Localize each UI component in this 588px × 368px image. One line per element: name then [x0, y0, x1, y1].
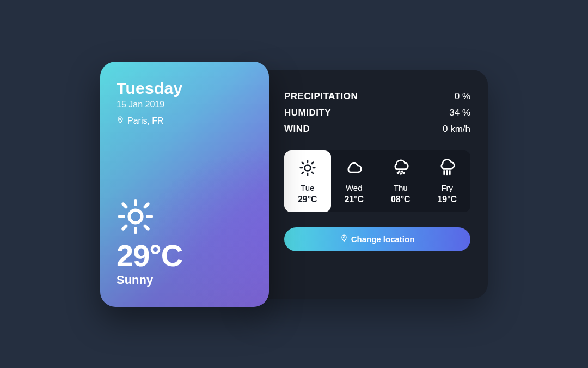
stat-label: WIND	[284, 124, 310, 135]
svg-line-5	[145, 226, 148, 228]
forecast-day-temp: 21°C	[331, 195, 378, 204]
sun-icon	[299, 169, 316, 178]
forecast-day-tue[interactable]: Tue 29°C	[284, 150, 331, 212]
forecast-day-wed[interactable]: Wed 21°C	[331, 150, 378, 212]
svg-line-13	[302, 162, 303, 163]
svg-line-4	[123, 204, 126, 207]
pin-icon	[340, 234, 348, 244]
stat-wind: WIND 0 km/h	[284, 121, 470, 137]
svg-point-10	[304, 165, 310, 171]
svg-line-9	[145, 204, 148, 207]
snow-icon	[392, 169, 409, 178]
cloud-icon	[345, 169, 363, 178]
rain-icon	[438, 169, 456, 178]
location-row: Paris, FR	[117, 116, 164, 126]
current-day: Tuesday	[117, 79, 253, 98]
forecast-day-temp: 08°C	[377, 195, 424, 204]
stat-value: 0 km/h	[443, 124, 470, 135]
forecast-day-fry[interactable]: Fry 19°C	[424, 150, 471, 212]
svg-point-19	[397, 172, 399, 173]
forecast-day-label: Tue	[284, 183, 331, 192]
forecast-day-temp: 29°C	[284, 195, 331, 204]
forecast-day-thu[interactable]: Thu 08°C	[377, 150, 424, 212]
forecast-day-temp: 19°C	[424, 195, 471, 204]
svg-point-27	[343, 237, 345, 238]
svg-point-1	[129, 210, 142, 222]
stat-label: HUMIDITY	[284, 107, 331, 118]
svg-point-0	[120, 118, 121, 119]
stat-value: 0 %	[455, 91, 470, 102]
stats-block: PRECIPITATION 0 % HUMIDITY 34 % WIND 0 k…	[284, 88, 470, 137]
details-card: PRECIPITATION 0 % HUMIDITY 34 % WIND 0 k…	[254, 70, 488, 299]
change-location-button[interactable]: Change location	[284, 227, 470, 251]
location-text: Paris, FR	[127, 116, 164, 126]
forecast-day-label: Thu	[377, 183, 424, 192]
forecast-day-label: Fry	[424, 183, 471, 192]
current-condition: Sunny	[117, 273, 253, 287]
forecast-day-label: Wed	[331, 183, 378, 192]
stat-humidity: HUMIDITY 34 %	[284, 105, 470, 121]
sun-icon	[117, 197, 253, 238]
current-date: 15 Jan 2019	[117, 100, 253, 110]
svg-point-20	[400, 173, 401, 174]
svg-line-8	[123, 226, 126, 228]
current-weather-card: Tuesday 15 Jan 2019 Paris, FR 29°C Sunny	[100, 62, 269, 307]
svg-line-18	[312, 162, 313, 163]
svg-point-22	[399, 171, 400, 172]
current-temperature: 29°C	[117, 240, 253, 272]
forecast-row: Tue 29°C Wed 21°C Thu 08°C	[284, 150, 470, 212]
stat-value: 34 %	[449, 107, 470, 118]
svg-line-14	[312, 172, 313, 173]
change-location-label: Change location	[351, 234, 415, 244]
svg-point-21	[403, 172, 404, 173]
svg-point-23	[402, 171, 403, 172]
svg-line-17	[302, 172, 303, 173]
stat-label: PRECIPITATION	[284, 91, 358, 102]
stat-precipitation: PRECIPITATION 0 %	[284, 88, 470, 105]
pin-icon	[117, 116, 124, 126]
weather-widget: Tuesday 15 Jan 2019 Paris, FR 29°C Sunny…	[100, 62, 488, 307]
